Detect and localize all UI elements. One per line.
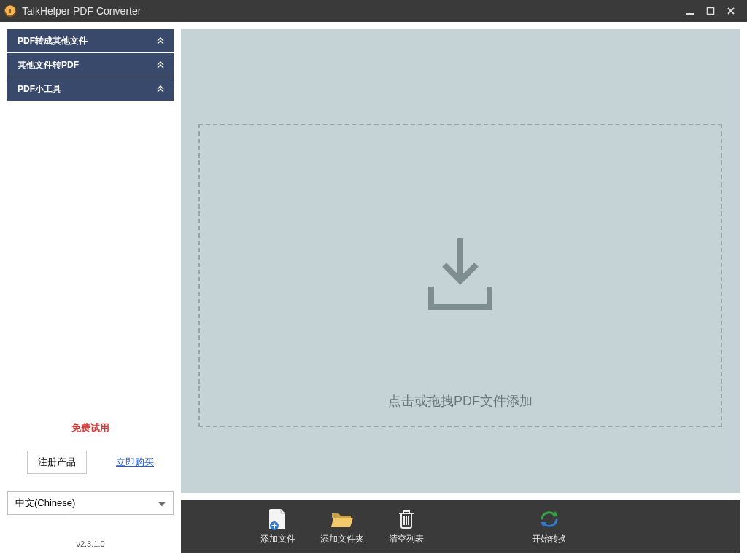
titlebar: T TalkHelper PDF Converter (0, 0, 747, 22)
svg-marker-4 (158, 502, 166, 507)
refresh-cycle-icon (539, 508, 560, 530)
svg-rect-1 (708, 8, 714, 15)
version-label: v2.3.1.0 (7, 540, 174, 548)
button-label: 添加文件 (260, 533, 295, 545)
file-dropzone[interactable]: 点击或拖拽PDF文件添加 (198, 124, 722, 427)
minimize-button[interactable] (680, 0, 700, 22)
nav-label: 其他文件转PDF (18, 59, 79, 71)
button-label: 开始转换 (532, 533, 567, 545)
nav-label: PDF转成其他文件 (18, 35, 88, 47)
close-button[interactable] (721, 0, 741, 22)
clear-list-button[interactable]: 清空列表 (381, 508, 432, 545)
button-label: 添加文件夹 (320, 533, 364, 545)
chevron-up-double-icon (156, 61, 165, 69)
main-area: 点击或拖拽PDF文件添加 添加文件 (181, 22, 747, 560)
language-value: 中文(Chinese) (15, 497, 75, 510)
folder-open-icon (330, 508, 354, 530)
file-add-icon (268, 508, 287, 530)
dropzone-hint: 点击或拖拽PDF文件添加 (388, 392, 533, 410)
maximize-button[interactable] (700, 0, 721, 22)
sidebar: PDF转成其他文件 其他文件转PDF PDF小工具 (0, 22, 181, 560)
app-title: TalkHelper PDF Converter (22, 5, 141, 17)
add-folder-button[interactable]: 添加文件夹 (317, 508, 368, 545)
app-window: T TalkHelper PDF Converter PDF转成其他文件 (0, 0, 747, 560)
nav-other-to-pdf[interactable]: 其他文件转PDF (7, 53, 174, 77)
language-select[interactable]: 中文(Chinese) (7, 491, 174, 515)
caret-down-icon (158, 498, 166, 509)
chevron-up-double-icon (156, 85, 165, 93)
download-tray-icon (417, 234, 504, 317)
register-product-button[interactable]: 注册产品 (27, 451, 87, 474)
buy-now-link[interactable]: 立即购买 (116, 456, 154, 469)
app-logo-icon: T (4, 5, 16, 17)
nav-pdf-to-other[interactable]: PDF转成其他文件 (7, 29, 174, 52)
free-trial-label: 免费试用 (7, 421, 174, 435)
nav-label: PDF小工具 (18, 83, 61, 96)
button-label: 清空列表 (389, 533, 424, 545)
add-file-button[interactable]: 添加文件 (252, 508, 303, 545)
nav-pdf-tools[interactable]: PDF小工具 (7, 77, 174, 101)
chevron-up-double-icon (156, 36, 165, 45)
trash-icon (398, 508, 415, 530)
workspace-canvas: 点击或拖拽PDF文件添加 (181, 29, 740, 493)
bottom-toolbar: 添加文件 添加文件夹 (181, 500, 740, 553)
start-convert-button[interactable]: 开始转换 (524, 508, 575, 545)
